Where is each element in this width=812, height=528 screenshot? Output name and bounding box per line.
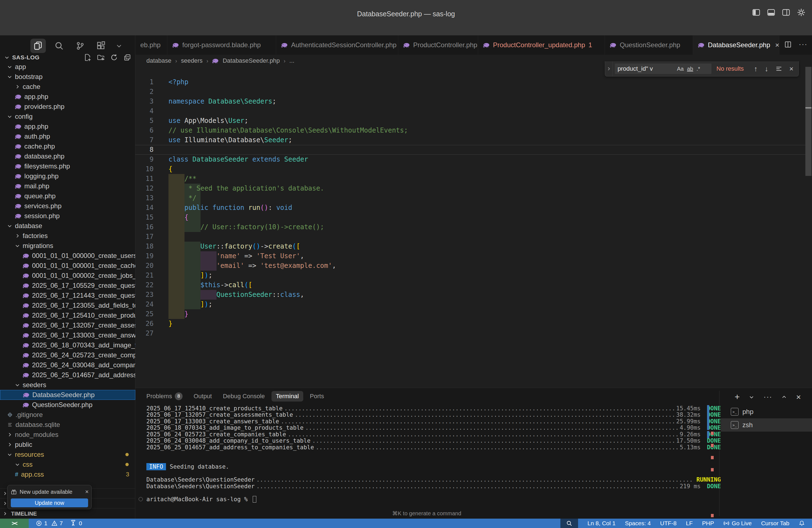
terminal-scrollbar[interactable]: [707, 431, 709, 438]
tab-AuthenticatedSessionController.php[interactable]: AuthenticatedSessionController.php: [276, 35, 398, 55]
close-icon[interactable]: ×: [85, 488, 89, 495]
tree-item-.gitignore[interactable]: .gitignore: [0, 410, 135, 420]
tree-item-factories[interactable]: factories: [0, 231, 135, 241]
toggle-primary-sidebar-icon[interactable]: [752, 9, 760, 16]
language-mode[interactable]: PHP: [702, 520, 714, 527]
more-actions-icon[interactable]: ···: [799, 40, 808, 48]
timeline-section[interactable]: TIMELINE: [0, 508, 135, 519]
tree-item-seeders[interactable]: seeders: [0, 380, 135, 390]
views-chevron-icon[interactable]: [114, 39, 124, 53]
tree-item-node_modules[interactable]: node_modules: [0, 430, 135, 440]
tree-item-2025_06_17_121443_create_questions...[interactable]: 2025_06_17_121443_create_questions...: [0, 291, 135, 300]
tab-ProductController_updated.php[interactable]: ProductController_updated.php1: [478, 35, 605, 55]
tree-item-migrations[interactable]: migrations: [0, 241, 135, 251]
search-icon[interactable]: [52, 39, 67, 53]
tree-item-providers.php[interactable]: providers.php: [0, 102, 135, 112]
tree-item-2025_06_25_014657_add_address_to...[interactable]: 2025_06_25_014657_add_address_to...: [0, 370, 135, 380]
tree-item-app.css[interactable]: #app.css3: [0, 469, 135, 480]
tree-item-mail.php[interactable]: mail.php: [0, 181, 135, 191]
tree-item-database.sqlite[interactable]: database.sqlite: [0, 420, 135, 430]
tab-forgot-password.blade.php[interactable]: forgot-password.blade.php: [168, 35, 276, 55]
notifications-bell-icon[interactable]: [799, 520, 805, 526]
tab-eb.php[interactable]: eb.php: [135, 35, 168, 55]
tree-item-DatabaseSeeder.php[interactable]: DatabaseSeeder.php: [0, 390, 135, 400]
tree-item-resources[interactable]: resources: [0, 450, 135, 459]
indentation[interactable]: Spaces: 4: [625, 520, 651, 527]
panel-tab-Terminal[interactable]: Terminal: [272, 391, 303, 401]
match-case-icon[interactable]: Aa: [677, 66, 684, 72]
tree-item-app.php[interactable]: app.php: [0, 121, 135, 131]
new-file-icon[interactable]: [84, 54, 91, 61]
tree-item-app.php[interactable]: app.php: [0, 92, 135, 102]
tree-item-2025_06_24_030048_add_company_...[interactable]: 2025_06_24_030048_add_company_...: [0, 360, 135, 370]
tree-item-QuestionSeeder.php[interactable]: QuestionSeeder.php: [0, 400, 135, 410]
panel-tab-Problems[interactable]: Problems8: [142, 391, 187, 402]
explorer-icon[interactable]: [30, 39, 46, 53]
tree-item-queue.php[interactable]: queue.php: [0, 191, 135, 201]
update-now-button[interactable]: Update now: [11, 498, 88, 507]
tree-item-2025_06_17_123055_add_fields_to_u...[interactable]: 2025_06_17_123055_add_fields_to_u...: [0, 300, 135, 310]
tree-item-database.php[interactable]: database.php: [0, 151, 135, 161]
chevron-down-icon[interactable]: [4, 55, 10, 60]
panel-tab-Output[interactable]: Output: [189, 391, 216, 401]
eol-sequence[interactable]: LF: [686, 520, 693, 527]
tree-item-bootstrap[interactable]: bootstrap: [0, 72, 135, 82]
find-next-icon[interactable]: ↓: [765, 64, 768, 73]
new-folder-icon[interactable]: [97, 54, 104, 61]
tree-item-css[interactable]: css: [0, 459, 135, 469]
problems-status[interactable]: 1 7: [36, 520, 63, 527]
settings-gear-icon[interactable]: [797, 8, 806, 17]
terminal-scrollbar[interactable]: [707, 405, 709, 430]
regex-icon[interactable]: .*: [697, 66, 700, 72]
tree-item-2025_06_17_132057_create_assessme...[interactable]: 2025_06_17_132057_create_assessme...: [0, 320, 135, 330]
tree-item-services.php[interactable]: services.php: [0, 201, 135, 211]
extensions-icon[interactable]: [93, 39, 109, 53]
tree-item-2025_06_24_025723_create_compan...[interactable]: 2025_06_24_025723_create_compan...: [0, 350, 135, 360]
tab-DatabaseSeeder.php[interactable]: DatabaseSeeder.php×: [693, 35, 779, 55]
tree-item-2025_06_18_070343_add_image_to_...[interactable]: 2025_06_18_070343_add_image_to_...: [0, 340, 135, 350]
refresh-icon[interactable]: [111, 54, 118, 61]
tree-item-0001_01_01_000002_create_jobs_tab...[interactable]: 0001_01_01_000002_create_jobs_tab...: [0, 270, 135, 281]
close-icon[interactable]: ×: [775, 41, 779, 49]
toggle-panel-icon[interactable]: [767, 9, 775, 16]
tree-item-config[interactable]: config: [0, 112, 135, 121]
tree-item-2025_06_17_133003_create_answers_...[interactable]: 2025_06_17_133003_create_answers_...: [0, 330, 135, 340]
tree-item-cache[interactable]: cache: [0, 82, 135, 92]
tree-item-database[interactable]: database: [0, 221, 135, 231]
tree-item-filesystems.php[interactable]: filesystems.php: [0, 161, 135, 171]
cursor-tab-toggle[interactable]: Cursor Tab: [761, 520, 789, 527]
panel-tab-Debug Console[interactable]: Debug Console: [218, 391, 269, 401]
tree-item-public[interactable]: public: [0, 440, 135, 450]
encoding[interactable]: UTF-8: [660, 520, 677, 527]
cursor-position[interactable]: Ln 8, Col 1: [588, 520, 615, 527]
code-editor[interactable]: 1234567891011121314151617181920212223242…: [135, 67, 812, 388]
source-control-icon[interactable]: [72, 39, 88, 53]
tree-item-app[interactable]: app: [0, 62, 135, 72]
panel-tab-Ports[interactable]: Ports: [305, 391, 329, 401]
tab-ProductController.php[interactable]: ProductController.php: [398, 35, 478, 55]
tree-item-auth.php[interactable]: auth.php: [0, 131, 135, 142]
tree-item-cache.php[interactable]: cache.php: [0, 142, 135, 151]
tree-item-2025_06_17_125410_create_products...[interactable]: 2025_06_17_125410_create_products...: [0, 310, 135, 320]
search-marketplace-icon[interactable]: [561, 518, 578, 528]
collapse-all-icon[interactable]: [124, 54, 131, 61]
breadcrumb-item[interactable]: database: [146, 57, 172, 64]
go-live-button[interactable]: Go Live: [723, 520, 752, 527]
tree-item-0001_01_01_000001_create_cache_ta...[interactable]: 0001_01_01_000001_create_cache_ta...: [0, 261, 135, 270]
find-input[interactable]: [615, 65, 677, 72]
split-editor-icon[interactable]: [784, 41, 792, 48]
terminal-output[interactable]: 2025_06_17_125410_create_products_table.…: [146, 405, 721, 503]
whole-word-icon[interactable]: ab: [687, 66, 693, 72]
tree-item-logging.php[interactable]: logging.php: [0, 171, 135, 181]
ports-status[interactable]: 0: [70, 520, 82, 527]
breadcrumb-item[interactable]: DatabaseSeeder.php: [222, 57, 280, 64]
close-icon[interactable]: ×: [789, 64, 794, 73]
tree-item-0001_01_01_000000_create_users_ta...[interactable]: 0001_01_01_000000_create_users_ta...: [0, 251, 135, 261]
tree-item-2025_06_17_105529_create_question...[interactable]: 2025_06_17_105529_create_question...: [0, 281, 135, 291]
find-previous-icon[interactable]: ↑: [754, 64, 758, 73]
breadcrumb-item[interactable]: ...: [289, 57, 294, 64]
tab-QuestionSeeder.php[interactable]: QuestionSeeder.php: [605, 35, 693, 55]
remote-indicator[interactable]: ><: [0, 518, 29, 528]
breadcrumb-item[interactable]: seeders: [181, 57, 202, 64]
terminal-instance-php[interactable]: >_php: [721, 405, 812, 419]
